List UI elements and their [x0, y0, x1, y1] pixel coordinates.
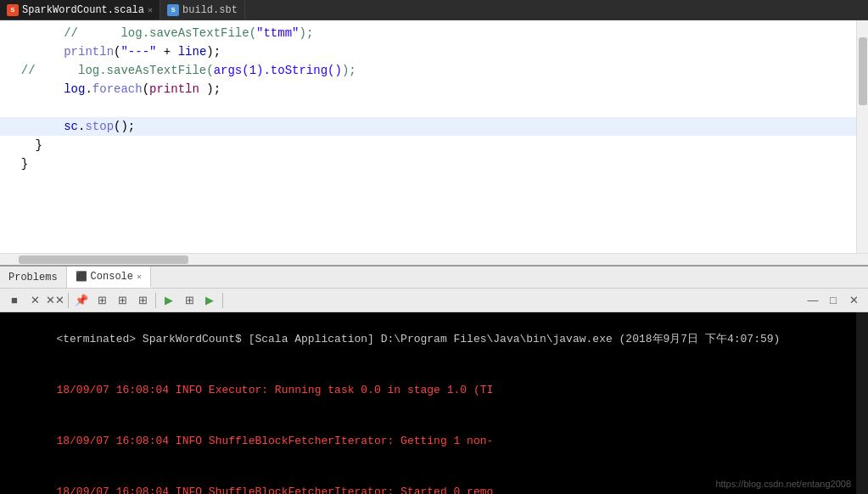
console-log-line-1: 18/09/07 16:08:04 INFO Executor: Running… — [3, 365, 853, 416]
code-line-6: sc.stop(); — [0, 117, 856, 136]
tab-scala-close[interactable]: ✕ — [148, 5, 153, 15]
panel-toolbar-right: — □ ✕ — [804, 291, 863, 310]
watermark: https://blog.csdn.net/entang2008 — [715, 479, 851, 489]
editor-tab-bar: S SparkWordCount.scala ✕ S build.sbt — [0, 0, 868, 20]
toolbar-sep-1 — [68, 293, 69, 308]
code-text — [7, 98, 14, 117]
tab-console-marker: ✕ — [137, 272, 142, 282]
code-text: // log.saveAsTextFile(args(1).toString()… — [7, 61, 356, 80]
log-text-1: 18/09/07 16:08:04 INFO Executor: Running… — [56, 384, 493, 396]
toolbar-maximize-btn[interactable]: □ — [824, 291, 843, 310]
code-text: } — [7, 154, 28, 173]
toolbar-remove-all-btn[interactable]: ✕✕ — [46, 291, 64, 310]
tab-sbt[interactable]: S build.sbt — [160, 0, 245, 20]
toolbar-layout2-btn[interactable]: ⊞ — [133, 291, 152, 310]
log-text-3: 18/09/07 16:08:04 INFO ShuffleBlockFetch… — [56, 486, 493, 494]
toolbar-sep-2 — [155, 293, 156, 308]
toolbar-config-btn[interactable]: ⊞ — [180, 291, 199, 310]
toolbar-run-btn[interactable]: ▶ — [160, 291, 178, 310]
code-line-4: log.foreach(println ); — [0, 80, 856, 98]
tab-scala[interactable]: S SparkWordCount.scala ✕ — [0, 0, 160, 20]
console-area[interactable]: <terminated> SparkWordCount$ [Scala Appl… — [0, 312, 868, 494]
sbt-icon: S — [167, 4, 179, 16]
editor-area: // log.saveAsTextFile("ttmm"); println("… — [0, 20, 868, 253]
code-line-2: println("---" + line); — [0, 42, 856, 61]
code-line-3: // log.saveAsTextFile(args(1).toString()… — [0, 61, 856, 80]
toolbar-minimize-btn[interactable]: — — [804, 291, 822, 310]
toolbar-close-btn[interactable]: ✕ — [844, 291, 863, 310]
panel-toolbar-left: ■ ✕ ✕✕ 📌 ⊞ ⊞ ⊞ ▶ ⊞ ▶ — [5, 291, 225, 310]
scala-icon: S — [7, 4, 19, 16]
panel-tab-bar: Problems ⬛ Console ✕ — [0, 267, 868, 289]
console-scrollbar[interactable] — [856, 312, 868, 494]
editor-scrollbar-h[interactable] — [0, 253, 868, 265]
toolbar-sep-3 — [222, 293, 223, 308]
code-text: log.foreach(println ); — [7, 80, 221, 98]
code-text: sc.stop(); — [7, 117, 135, 136]
editor-h-scrollbar-thumb[interactable] — [19, 255, 188, 264]
toolbar-pin-btn[interactable]: 📌 — [72, 291, 91, 310]
code-text: } — [7, 136, 42, 154]
toolbar-run2-btn[interactable]: ▶ — [200, 291, 219, 310]
code-line-7: } — [0, 136, 856, 154]
editor-scrollbar-thumb[interactable] — [859, 37, 867, 105]
code-line-8: } — [0, 154, 856, 173]
console-terminated-line: <terminated> SparkWordCount$ [Scala Appl… — [3, 314, 853, 365]
code-text: // log.saveAsTextFile("ttmm"); — [7, 24, 313, 42]
editor-scrollbar-v[interactable] — [856, 20, 868, 253]
console-icon: ⬛ — [76, 271, 87, 282]
code-line-1: // log.saveAsTextFile("ttmm"); — [0, 24, 856, 42]
tab-console-label: Console — [91, 271, 133, 283]
console-log-line-2: 18/09/07 16:08:04 INFO ShuffleBlockFetch… — [3, 416, 853, 467]
bottom-panel: Problems ⬛ Console ✕ ■ ✕ ✕✕ 📌 ⊞ ⊞ ⊞ ▶ ⊞ … — [0, 265, 868, 494]
toolbar-layout1-btn[interactable]: ⊞ — [113, 291, 132, 310]
console-content: <terminated> SparkWordCount$ [Scala Appl… — [0, 312, 856, 494]
code-content[interactable]: // log.saveAsTextFile("ttmm"); println("… — [0, 20, 856, 253]
toolbar-terminate-btn[interactable]: ■ — [5, 291, 24, 310]
panel-toolbar: ■ ✕ ✕✕ 📌 ⊞ ⊞ ⊞ ▶ ⊞ ▶ — □ ✕ — [0, 289, 868, 312]
code-text: println("---" + line); — [7, 42, 221, 61]
tab-problems-label: Problems — [8, 272, 58, 283]
toolbar-display-btn[interactable]: ⊞ — [92, 291, 111, 310]
tab-sbt-label: build.sbt — [182, 4, 238, 16]
tab-problems[interactable]: Problems — [0, 267, 67, 288]
tab-console[interactable]: ⬛ Console ✕ — [67, 267, 151, 288]
toolbar-remove-btn[interactable]: ✕ — [25, 291, 44, 310]
log-text-2: 18/09/07 16:08:04 INFO ShuffleBlockFetch… — [56, 435, 493, 447]
code-line-5 — [0, 98, 856, 117]
terminated-text: <terminated> SparkWordCount$ [Scala Appl… — [56, 333, 780, 345]
tab-scala-label: SparkWordCount.scala — [22, 4, 144, 16]
